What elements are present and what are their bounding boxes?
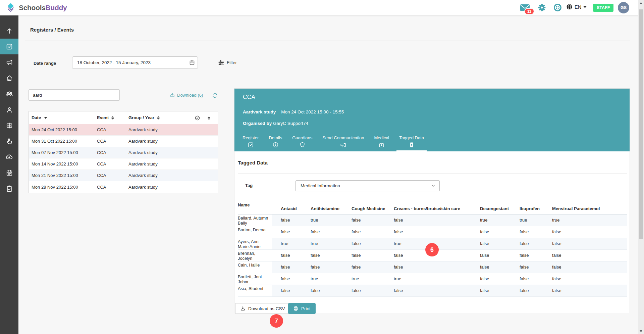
column-header: Ibuprofen: [520, 201, 552, 214]
cell-value: true: [394, 273, 480, 285]
sort-icon: [208, 116, 210, 120]
announcements-megaphone-icon: [6, 59, 13, 66]
events-table-header: Date Event Group / Year: [29, 111, 218, 124]
sidebar-item-people[interactable]: [0, 102, 18, 117]
help-ring-icon[interactable]: [553, 3, 562, 12]
sidebar-item-home[interactable]: [0, 70, 18, 86]
sidebar-item-activities[interactable]: [0, 133, 18, 149]
refresh-icon[interactable]: [212, 93, 218, 98]
tasks-clipboard-icon: [6, 185, 13, 192]
filter-button[interactable]: Filter: [218, 59, 237, 66]
tab-details[interactable]: Details: [266, 135, 285, 151]
cell-event: CCA: [97, 161, 128, 166]
calendar-picker-button[interactable]: [186, 57, 198, 68]
cell-value: false: [480, 238, 520, 249]
globe-icon: [566, 4, 573, 10]
cell-event: CCA: [97, 150, 128, 155]
cell-value: false: [480, 261, 520, 273]
event-row[interactable]: Mon 28 Nov 2022 15:00 CCA Aardvark study: [29, 181, 218, 193]
sidebar-item-calendar[interactable]: [0, 165, 18, 181]
language-label: EN: [575, 4, 581, 10]
tab-register[interactable]: Register: [240, 135, 261, 151]
cell-name: Ballard, Autumn Bally: [238, 214, 272, 226]
download-csv-button[interactable]: Download as CSV: [235, 303, 290, 314]
cell-value: false: [520, 273, 552, 285]
event-row[interactable]: Mon 14 Nov 2022 15:00 CCA Aardvark study: [29, 158, 218, 170]
cell-value: false: [552, 250, 627, 261]
cell-date: Mon 24 Oct 2022 15:00: [32, 127, 97, 132]
download-events-label: Download (6): [177, 93, 203, 98]
tab-guardians[interactable]: Guardians: [289, 135, 315, 151]
cell-value: true: [520, 214, 552, 226]
cell-value: true: [311, 214, 352, 226]
divider: [238, 174, 627, 174]
scrollbar-up-arrow[interactable]: [640, 2, 642, 4]
cell-value: false: [552, 285, 627, 296]
cell-date: Mon 21 Nov 2022 15:00: [32, 173, 97, 178]
cell-name: Brennan, Jocelyn: [238, 250, 272, 261]
tag-select[interactable]: Medical Information: [296, 180, 440, 191]
sidebar-item-downloads[interactable]: [0, 149, 18, 165]
tab-tagged-data[interactable]: Tagged Data: [396, 135, 427, 151]
print-button[interactable]: Print: [288, 303, 316, 314]
events-table: Date Event Group / Year Mon 24 Oct 2022 …: [29, 111, 218, 193]
logo-diamonds-icon: [5, 2, 17, 14]
language-selector[interactable]: EN: [566, 4, 587, 10]
event-time: Mon 24 Oct 2022 15:00 - 15:55: [281, 109, 344, 114]
event-row-selected[interactable]: Mon 24 Oct 2022 15:00 CCA Aardvark study: [29, 124, 218, 136]
tag-select-value: Medical Information: [296, 183, 431, 188]
page-title: Registers / Events: [30, 27, 74, 33]
scrollbar-down-arrow[interactable]: [640, 330, 642, 332]
cell-value: false: [272, 214, 311, 226]
check-circle-icon[interactable]: [195, 115, 200, 121]
date-range-value: 18 October, 2022 - 15 January, 2023: [72, 60, 186, 65]
event-row[interactable]: Mon 31 Oct 2022 15:00 CCA Aardvark study: [29, 136, 218, 147]
event-row[interactable]: Mon 21 Nov 2022 15:00 CCA Aardvark study: [29, 170, 218, 181]
cell-value: false: [352, 238, 394, 249]
tab-send-communication[interactable]: Send Communication: [320, 135, 367, 151]
event-row[interactable]: Mon 07 Nov 2022 15:00 CCA Aardvark study: [29, 147, 218, 158]
column-header-group[interactable]: Group / Year: [128, 115, 218, 120]
cell-value: false: [520, 261, 552, 273]
sidebar-item-signpost[interactable]: [0, 117, 18, 133]
sidebar-item-navigate-up[interactable]: [0, 23, 18, 39]
scrollbar-thumb[interactable]: [639, 9, 643, 239]
tag-label: Tag: [245, 183, 253, 188]
event-detail-panel: CCA Aardvark studyMon 24 Oct 2022 15:00 …: [234, 88, 630, 313]
search-input[interactable]: [29, 89, 120, 101]
cell-event: CCA: [97, 185, 128, 190]
tab-medical[interactable]: Medical: [371, 135, 392, 151]
event-detail-header: CCA Aardvark studyMon 24 Oct 2022 15:00 …: [234, 89, 630, 151]
avatar[interactable]: GS: [618, 2, 629, 13]
vertical-scrollbar[interactable]: [638, 0, 644, 334]
printer-icon: [293, 306, 299, 311]
cell-value: true: [480, 214, 520, 226]
date-range-input[interactable]: 18 October, 2022 - 15 January, 2023: [72, 56, 198, 69]
event-subtitle: Aardvark studyMon 24 Oct 2022 15:00 - 15…: [243, 109, 344, 114]
cell-date: Mon 14 Nov 2022 15:00: [32, 161, 97, 166]
cell-name: Ayers, Ann Marie Annie: [238, 238, 272, 249]
table-row: Ballard, Autumn Bally false true false f…: [238, 214, 627, 226]
table-row: Bartlett, Joni Jobar false true true tru…: [238, 273, 627, 285]
column-header-date[interactable]: Date: [32, 115, 97, 120]
sidebar-item-announcements[interactable]: [0, 54, 18, 70]
cell-event: CCA: [97, 173, 128, 178]
medical-kit-icon: [378, 142, 385, 148]
brand-text: SchoolsBuddy: [19, 4, 67, 12]
cell-group: Aardvark study: [128, 150, 218, 155]
column-header-event[interactable]: Event: [97, 115, 128, 120]
sidebar-item-groups[interactable]: [0, 86, 18, 102]
cell-value: false: [272, 226, 311, 238]
cell-value: true: [311, 273, 352, 285]
downloads-cloud-icon: [5, 153, 13, 161]
download-events-link[interactable]: Download (6): [170, 92, 203, 98]
column-header: Menstrual Paracetemol: [552, 201, 627, 214]
cell-value: false: [520, 250, 552, 261]
sidebar-item-tasks[interactable]: [0, 181, 18, 196]
cell-value: false: [394, 285, 480, 296]
gear-icon[interactable]: [538, 3, 546, 12]
chevron-down-icon: [431, 184, 439, 188]
schoolsbuddy-logo[interactable]: SchoolsBuddy: [5, 2, 67, 14]
sidebar-item-registers[interactable]: [0, 39, 18, 54]
cell-group: Aardvark study: [128, 139, 218, 144]
